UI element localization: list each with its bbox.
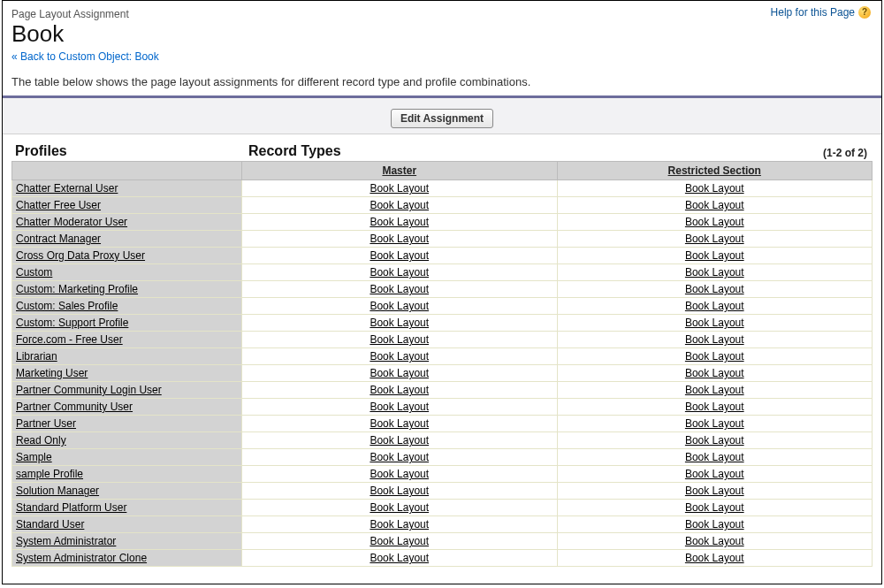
layout-link[interactable]: Book Layout xyxy=(685,401,744,413)
table-row: sample ProfileBook LayoutBook Layout xyxy=(12,466,873,483)
profile-link[interactable]: System Administrator xyxy=(16,535,116,547)
layout-link[interactable]: Book Layout xyxy=(685,283,744,295)
layout-link[interactable]: Book Layout xyxy=(685,350,744,363)
layout-link[interactable]: Book Layout xyxy=(370,317,429,329)
profile-link[interactable]: Standard Platform User xyxy=(16,501,126,514)
table-row: Partner Community Login UserBook LayoutB… xyxy=(12,382,873,399)
profile-link[interactable]: Custom: Support Profile xyxy=(16,317,128,329)
profile-link[interactable]: Solution Manager xyxy=(16,485,99,497)
layout-link[interactable]: Book Layout xyxy=(685,300,744,312)
layout-link[interactable]: Book Layout xyxy=(370,199,429,211)
layout-link[interactable]: Book Layout xyxy=(685,518,744,531)
layout-link[interactable]: Book Layout xyxy=(685,333,744,346)
layout-link[interactable]: Book Layout xyxy=(685,233,744,245)
layout-link[interactable]: Book Layout xyxy=(370,300,429,312)
layout-link[interactable]: Book Layout xyxy=(370,350,429,363)
help-for-page-link[interactable]: Help for this Page xyxy=(771,6,855,19)
profile-link[interactable]: Chatter Moderator User xyxy=(16,216,127,228)
layout-cell: Book Layout xyxy=(242,500,558,516)
layout-cell: Book Layout xyxy=(242,348,558,365)
profile-link[interactable]: Custom xyxy=(16,266,52,279)
profile-link[interactable]: Force.com - Free User xyxy=(16,333,123,346)
layout-link[interactable]: Book Layout xyxy=(370,518,429,531)
profile-cell: Sample xyxy=(12,449,242,466)
layout-link[interactable]: Book Layout xyxy=(685,367,744,379)
layout-link[interactable]: Book Layout xyxy=(370,535,429,547)
layout-link[interactable]: Book Layout xyxy=(370,501,429,514)
profiles-column-header xyxy=(12,162,242,180)
edit-assignment-button[interactable]: Edit Assignment xyxy=(391,109,493,128)
layout-link[interactable]: Book Layout xyxy=(370,468,429,480)
layout-link[interactable]: Book Layout xyxy=(370,216,429,228)
profile-link[interactable]: Custom: Marketing Profile xyxy=(16,283,138,295)
profile-cell: Read Only xyxy=(12,432,242,449)
profile-cell: Librarian xyxy=(12,348,242,365)
profile-link[interactable]: Read Only xyxy=(16,434,66,447)
layout-link[interactable]: Book Layout xyxy=(370,249,429,262)
back-link[interactable]: « Back to Custom Object: Book xyxy=(11,50,159,63)
layout-cell: Book Layout xyxy=(242,231,558,248)
layout-link[interactable]: Book Layout xyxy=(370,283,429,295)
layout-link[interactable]: Book Layout xyxy=(685,552,744,564)
layout-link[interactable]: Book Layout xyxy=(370,233,429,245)
layout-cell: Book Layout xyxy=(242,533,558,550)
layout-link[interactable]: Book Layout xyxy=(370,552,429,564)
toolbar: Edit Assignment xyxy=(3,103,881,134)
profile-cell: Standard Platform User xyxy=(12,500,242,516)
layout-link[interactable]: Book Layout xyxy=(685,216,744,228)
layout-link[interactable]: Book Layout xyxy=(685,266,744,279)
layout-cell: Book Layout xyxy=(557,248,873,264)
layout-link[interactable]: Book Layout xyxy=(370,333,429,346)
layout-link[interactable]: Book Layout xyxy=(685,182,744,195)
layout-link[interactable]: Book Layout xyxy=(685,468,744,480)
profile-link[interactable]: Contract Manager xyxy=(16,233,101,245)
layout-link[interactable]: Book Layout xyxy=(685,417,744,430)
layout-link[interactable]: Book Layout xyxy=(685,384,744,396)
layout-link[interactable]: Book Layout xyxy=(685,249,744,262)
layout-link[interactable]: Book Layout xyxy=(370,367,429,379)
layout-cell: Book Layout xyxy=(557,483,873,500)
profile-link[interactable]: sample Profile xyxy=(16,468,83,480)
profile-link[interactable]: Librarian xyxy=(16,350,57,363)
layout-link[interactable]: Book Layout xyxy=(370,182,429,195)
profile-link[interactable]: Partner Community Login User xyxy=(16,384,162,396)
profile-link[interactable]: Cross Org Data Proxy User xyxy=(16,249,145,262)
profile-link[interactable]: Partner User xyxy=(16,417,76,430)
layout-link[interactable]: Book Layout xyxy=(685,317,744,329)
profile-link[interactable]: Chatter External User xyxy=(16,182,118,195)
profile-link[interactable]: Partner Community User xyxy=(16,401,133,413)
layout-cell: Book Layout xyxy=(242,432,558,449)
layout-link[interactable]: Book Layout xyxy=(685,199,744,211)
profile-link[interactable]: System Administrator Clone xyxy=(16,552,147,564)
layout-link[interactable]: Book Layout xyxy=(370,485,429,497)
layout-link[interactable]: Book Layout xyxy=(370,417,429,430)
layout-link[interactable]: Book Layout xyxy=(685,451,744,463)
help-icon[interactable]: ? xyxy=(858,6,871,19)
profile-link[interactable]: Chatter Free User xyxy=(16,199,101,211)
layout-link[interactable]: Book Layout xyxy=(370,401,429,413)
layout-link[interactable]: Book Layout xyxy=(685,485,744,497)
layout-cell: Book Layout xyxy=(557,315,873,332)
profile-link[interactable]: Marketing User xyxy=(16,367,88,379)
profile-link[interactable]: Custom: Sales Profile xyxy=(16,300,118,312)
layout-cell: Book Layout xyxy=(242,382,558,399)
profile-cell: Partner User xyxy=(12,416,242,432)
profile-link[interactable]: Sample xyxy=(16,451,52,463)
record-type-column-header[interactable]: Master xyxy=(242,162,558,180)
layout-link[interactable]: Book Layout xyxy=(685,535,744,547)
layout-link[interactable]: Book Layout xyxy=(370,384,429,396)
layout-link[interactable]: Book Layout xyxy=(685,434,744,447)
layout-link[interactable]: Book Layout xyxy=(370,451,429,463)
layout-cell: Book Layout xyxy=(557,298,873,315)
profile-cell: Solution Manager xyxy=(12,483,242,500)
layout-cell: Book Layout xyxy=(557,281,873,298)
table-row: LibrarianBook LayoutBook Layout xyxy=(12,348,873,365)
table-row: Partner Community UserBook LayoutBook La… xyxy=(12,399,873,416)
profile-link[interactable]: Standard User xyxy=(16,518,84,531)
layout-link[interactable]: Book Layout xyxy=(370,434,429,447)
profile-cell: Custom: Sales Profile xyxy=(12,298,242,315)
layout-cell: Book Layout xyxy=(557,432,873,449)
layout-link[interactable]: Book Layout xyxy=(370,266,429,279)
record-type-column-header[interactable]: Restricted Section xyxy=(557,162,873,180)
layout-link[interactable]: Book Layout xyxy=(685,501,744,514)
